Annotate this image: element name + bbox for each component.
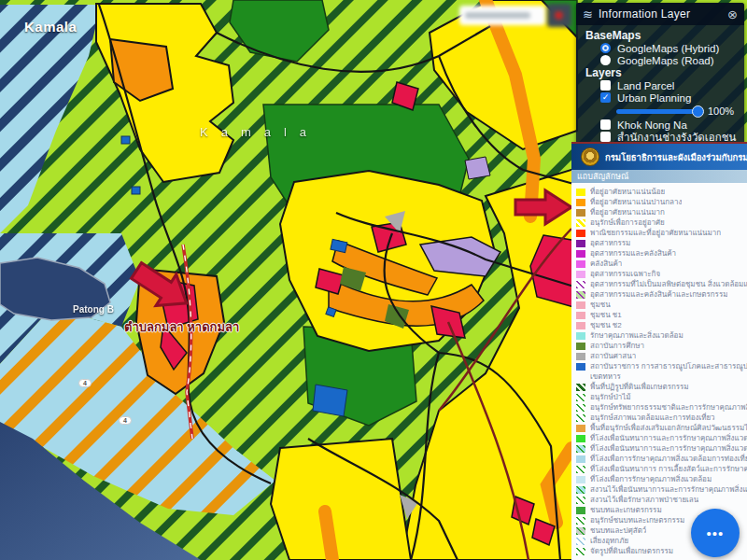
legend-swatch (576, 219, 585, 227)
legend-items: ที่อยู่อาศัยหนาแน่นน้อยที่อยู่อาศัยหนาแน… (571, 183, 747, 556)
more-dots-icon: ••• (707, 525, 725, 541)
layers-icon: ≋ (583, 7, 593, 21)
legend-swatch (576, 291, 585, 299)
radio-icon[interactable] (600, 55, 611, 65)
legend-swatch (576, 260, 585, 268)
information-layer-panel: ≋ Information Layer ⊗ BaseMaps GoogleMap… (576, 3, 744, 148)
panel-header: ≋ Information Layer ⊗ (576, 3, 744, 25)
legend-swatch (576, 363, 585, 371)
radio-label: GoogleMaps (Hybrid) (617, 43, 719, 54)
legend-item-label: อุตสาหกรรมและคลังสินค้าและเกษตรกรรม (590, 288, 727, 301)
radio-googlemaps-road[interactable]: GoogleMaps (Road) (600, 54, 737, 66)
legend-panel: แถบสัญลักษณ์ ที่อยู่อาศัยหนาแน่นน้อยที่อ… (571, 170, 747, 560)
checkbox-label: Land Parcel (617, 80, 674, 91)
legend-swatch (576, 455, 585, 463)
opacity-slider-row: 100% (616, 104, 737, 119)
legend-swatch (576, 353, 585, 360)
checkbox-urban-planning[interactable]: ✓ Urban Planning (600, 91, 737, 104)
checkbox-checked-icon[interactable]: ✓ (600, 92, 611, 103)
legend-swatch (576, 230, 585, 237)
legend-swatch (576, 527, 585, 535)
legend-header: แถบสัญลักษณ์ (571, 170, 747, 183)
legend-swatch (576, 209, 585, 217)
legend-swatch (576, 435, 585, 442)
legend-swatch (576, 189, 585, 196)
opacity-slider[interactable] (616, 109, 702, 114)
layers-label: Layers (585, 66, 737, 79)
search-input[interactable] (459, 6, 545, 25)
record-icon (555, 11, 563, 20)
legend-swatch (576, 476, 585, 483)
close-icon[interactable]: ⊗ (727, 7, 738, 21)
legend-swatch (576, 466, 585, 473)
legend-swatch (576, 445, 585, 453)
legend-swatch-spacer (576, 373, 585, 381)
department-emblem (581, 147, 599, 166)
checkbox-land-parcel[interactable]: Land Parcel (600, 79, 737, 91)
search-button[interactable] (547, 4, 571, 27)
legend-swatch (576, 281, 585, 288)
legend-swatch (576, 517, 585, 525)
checkbox-icon[interactable] (600, 119, 611, 130)
legend-swatch (576, 394, 585, 401)
legend-swatch (576, 404, 585, 412)
legend-swatch (576, 271, 585, 278)
legend-swatch (576, 548, 585, 555)
checkbox-label: Urban Planning (617, 92, 691, 104)
slider-knob[interactable] (692, 105, 704, 118)
more-actions-button[interactable]: ••• (691, 509, 740, 557)
legend-swatch (576, 507, 585, 514)
legend-swatch (576, 497, 585, 504)
legend-swatch (576, 322, 585, 329)
legend-swatch (576, 425, 585, 432)
legend-item-label: จัดรูปที่ดินเพื่อเกษตรกรรม (590, 545, 673, 557)
legend-swatch (576, 384, 585, 391)
radio-googlemaps-hybrid[interactable]: GoogleMaps (Hybrid) (600, 42, 737, 54)
opacity-value: 100% (708, 105, 734, 117)
legend-swatch (576, 486, 585, 494)
legend-swatch (576, 199, 585, 206)
legend-swatch (576, 343, 585, 350)
legend-swatch (576, 414, 585, 422)
legend-swatch (576, 312, 585, 319)
department-banner: กรมโยธาธิการและผังเมืองร่วมกับกรมที่ดิน (571, 142, 747, 170)
radio-icon-selected[interactable] (600, 43, 611, 53)
legend-swatch (576, 301, 585, 309)
panel-title: Information Layer (599, 7, 722, 21)
legend-swatch (576, 538, 585, 545)
department-banner-text: กรมโยธาธิการและผังเมืองร่วมกับกรมที่ดิน (605, 150, 747, 164)
checkbox-icon[interactable] (600, 80, 611, 91)
legend-swatch (576, 250, 585, 258)
radio-label: GoogleMaps (Road) (617, 55, 714, 66)
legend-swatch (576, 240, 585, 247)
basemaps-label: BaseMaps (585, 29, 737, 42)
checkbox-icon[interactable] (600, 132, 611, 142)
legend-swatch (576, 332, 585, 340)
search-box[interactable] (459, 4, 571, 27)
